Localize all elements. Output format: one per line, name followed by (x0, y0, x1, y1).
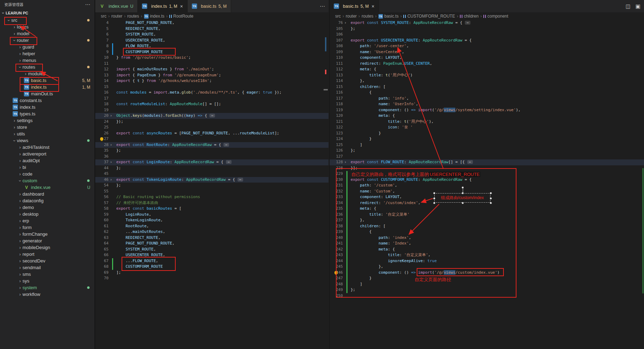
code-line-55[interactable]: 55 (95, 189, 328, 195)
code-line-54[interactable]: 54}; (95, 183, 328, 189)
tab-basic.ts[interactable]: TSbasic.ts5, M× (330, 0, 379, 12)
fold-chevron-icon[interactable]: › (109, 113, 113, 119)
code-line-108[interactable]: 108 path: '/user-center', (330, 43, 644, 49)
fold-chevron-icon[interactable]: › (343, 20, 348, 26)
tree-item-router[interactable]: ›router (0, 37, 95, 44)
code-line-58[interactable]: 58export const basicRoutes = [ (95, 206, 328, 212)
tree-item-guard[interactable]: ›guard (0, 44, 95, 50)
tree-item-logics[interactable]: ›logics (0, 24, 95, 30)
code-line-115[interactable]: 115 children: [ (330, 84, 644, 90)
code-line-66[interactable]: 66 USERCENTER_ROUTE, (95, 252, 328, 258)
code-line-46[interactable]: 46›export const TokenLoginRoute: AppRout… (95, 177, 328, 183)
folded-region-ellipsis[interactable]: ⋯ (209, 114, 215, 118)
code-line-35[interactable]: 35}; (95, 148, 328, 154)
project-root-item[interactable]: › LEARUN PC (0, 9, 95, 17)
tree-item-mobileDesign[interactable]: ›mobileDesign (0, 244, 95, 251)
code-line-64[interactable]: 64 PAGE_NOT_FOUND_ROUTE, (95, 241, 328, 247)
code-line-9[interactable]: 9 CUSTOMFORM_ROUTE (95, 49, 328, 55)
code-line-65[interactable]: 65 SYSTEM_ROUTE, (95, 247, 328, 253)
tree-item-sendmail[interactable]: ›sendmail (0, 264, 95, 271)
tree-item-secondDev[interactable]: ›secondDev (0, 258, 95, 264)
fold-chevron-icon[interactable]: › (343, 159, 348, 165)
code-line-231[interactable]: 231 path: '/custom', (330, 183, 644, 189)
tree-item-workflow[interactable]: ›workflow (0, 291, 95, 298)
tree-item-dashboard[interactable]: ›dashboard (0, 191, 95, 197)
code-line-241[interactable]: 241 name: 'Index', (330, 241, 644, 247)
tree-item-sms[interactable]: ›sms (0, 271, 95, 278)
code-line-234[interactable]: 234 redirect: '/custom/index', (330, 200, 644, 206)
code-line-119[interactable]: 119 component: () => import('/@/views/sy… (330, 107, 644, 113)
code-line-127[interactable]: 127 (330, 154, 644, 160)
code-line-10[interactable]: 10} from '/@/router/routes/basic'; (95, 55, 328, 61)
breadcrumb-item-index.ts[interactable]: TSindex.ts (144, 14, 164, 19)
tree-item-code[interactable]: ›code (0, 171, 95, 177)
tree-item-bi[interactable]: ›bi (0, 164, 95, 171)
code-line-113[interactable]: 113 title: t('用户中心') (330, 72, 644, 78)
code-line-109[interactable]: 109 name: 'UserCenter', (330, 49, 644, 55)
code-line-250[interactable]: 250 (330, 293, 644, 299)
folded-region-ellipsis[interactable]: ⋯ (465, 21, 470, 25)
code-line-229[interactable]: 229 (330, 171, 644, 177)
folded-region-ellipsis[interactable]: ⋯ (223, 143, 229, 147)
code-line-240[interactable]: 240 path: 'index', (330, 235, 644, 241)
code-line-4[interactable]: 4 PAGE_NOT_FOUND_ROUTE, (95, 20, 328, 26)
fold-chevron-icon[interactable]: › (109, 159, 113, 165)
tree-item-modules[interactable]: ›modules (0, 70, 95, 77)
tab-bar-more-icon[interactable]: ⋯ (320, 3, 325, 9)
code-line-19[interactable]: 19 (95, 107, 328, 113)
code-line-249[interactable]: 249}; (330, 287, 644, 293)
tab-index.ts[interactable]: TSindex.ts1, M× (138, 0, 187, 12)
code-line-68[interactable]: 68 CUSTOMFORM_ROUTE (95, 264, 328, 270)
code-line-112[interactable]: 112 meta: { (330, 66, 644, 72)
tree-item-auditOpt[interactable]: ›auditOpt (0, 157, 95, 164)
code-line-13[interactable]: 13import { PageEnum } from '/@/enums/pag… (95, 72, 328, 78)
code-line-11[interactable]: 11 (95, 61, 328, 67)
code-line-26[interactable]: 26export const asyncRoutes = [PAGE_NOT_F… (95, 131, 328, 137)
code-line-69[interactable]: 69]; (95, 270, 328, 276)
code-line-45[interactable]: 45 (95, 171, 328, 177)
fold-chevron-icon[interactable]: › (109, 177, 113, 183)
code-line-235[interactable]: 235 meta: { (330, 206, 644, 212)
lightbulb-icon[interactable] (100, 137, 103, 140)
tree-item-index.vue[interactable]: Vindex.vueU (0, 184, 95, 191)
code-line-7[interactable]: 7 USERCENTER_ROUTE, (95, 38, 328, 44)
code-line-236[interactable]: 236 title: '自定义菜单' (330, 212, 644, 218)
breadcrumb-item-router[interactable]: router (346, 14, 357, 19)
breadcrumb-item-routes[interactable]: routes (362, 14, 373, 19)
tree-item-actHiTaskinst[interactable]: ›actHiTaskinst (0, 144, 95, 151)
tree-item-index.ts[interactable]: TSindex.ts1, M (0, 84, 95, 90)
tree-item-form[interactable]: ›form (0, 224, 95, 231)
breadcrumb-item-routes[interactable]: routes (127, 14, 139, 19)
tree-item-sys[interactable]: ›sys (0, 278, 95, 284)
tree-item-utils[interactable]: ›utils (0, 131, 95, 137)
code-line-6[interactable]: 6 SYSTEM_ROUTE, (95, 32, 328, 38)
code-line-37[interactable]: 37›export const LoginRoute: AppRouteReco… (95, 159, 328, 165)
code-line-244[interactable]: 244 ignoreKeepAlive: true (330, 258, 644, 264)
code-line-121[interactable]: 121 title: t('用户中心'), (330, 119, 644, 125)
tree-item-system[interactable]: ›system (0, 284, 95, 291)
lightbulb-icon[interactable] (334, 271, 338, 274)
tree-item-desktop[interactable]: ›desktop (0, 211, 95, 217)
split-editor-icon[interactable]: ◫ (626, 3, 631, 9)
code-line-61[interactable]: 61 RootRoute, (95, 223, 328, 229)
code-line-36[interactable]: 36 (95, 154, 328, 160)
breadcrumb-item-RootRoute[interactable]: RootRoute (169, 14, 193, 19)
tree-item-custom[interactable]: ›custom (0, 177, 95, 184)
tree-item-erp[interactable]: ›erp (0, 217, 95, 224)
tree-item-report[interactable]: ›report (0, 251, 95, 258)
code-line-12[interactable]: 12import { mainOutRoutes } from './mainO… (95, 66, 328, 72)
code-line-27[interactable]: 27 (95, 136, 328, 142)
tree-item-types.ts[interactable]: TStypes.ts (0, 110, 95, 117)
tree-item-dataconfig[interactable]: ›dataconfig (0, 197, 95, 204)
code-line-56[interactable]: 56// Basic routing without permissions (95, 194, 328, 200)
code-line-124[interactable]: 124 } (330, 136, 644, 142)
code-line-25[interactable]: 25 (95, 125, 328, 131)
code-line-230[interactable]: 230export const CUSTOMFORM_ROUTE: AppRou… (330, 177, 644, 183)
code-line-70[interactable]: 70 (95, 275, 328, 281)
folded-region-ellipsis[interactable]: ⋯ (467, 160, 473, 164)
code-line-242[interactable]: 242 meta: { (330, 247, 644, 253)
breadcrumb-item-component[interactable]: component (483, 14, 508, 19)
tree-item-helper[interactable]: ›helper (0, 50, 95, 57)
code-line-17[interactable]: 17 (95, 96, 328, 102)
close-icon[interactable]: × (180, 4, 183, 9)
